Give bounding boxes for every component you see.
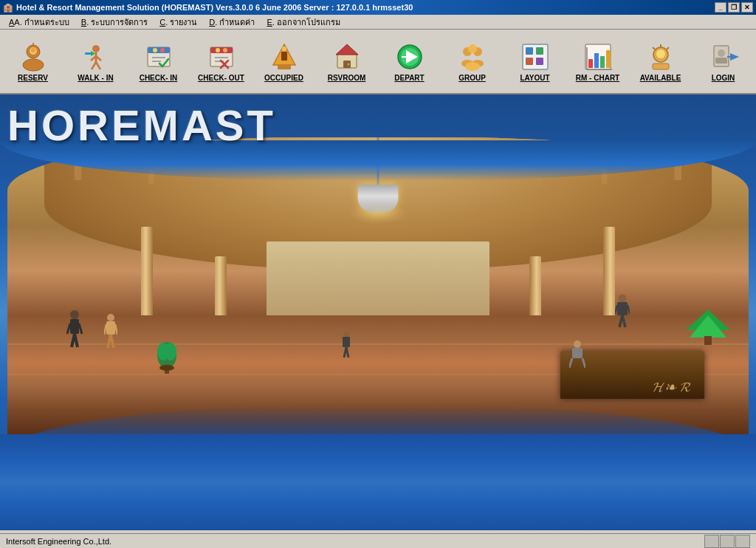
svg-point-84 xyxy=(619,295,627,303)
svg-rect-53 xyxy=(600,56,605,68)
svg-rect-69 xyxy=(70,319,79,334)
svg-rect-96 xyxy=(704,336,712,345)
btn-rsvroom[interactable]: RSVROOM xyxy=(315,32,378,91)
svg-point-80 xyxy=(343,331,349,337)
svg-line-83 xyxy=(346,347,348,357)
layout-label: LAYOUT xyxy=(520,74,549,82)
svg-marker-32 xyxy=(336,44,358,55)
svg-point-74 xyxy=(107,314,114,321)
hr-logo: 𝓗 ❧ 𝓡 xyxy=(652,380,690,395)
btn-walkin[interactable]: WALK - IN xyxy=(64,32,127,91)
svg-rect-30 xyxy=(278,65,291,69)
close-button[interactable]: ✕ xyxy=(741,2,753,13)
walkin-label: WALK - IN xyxy=(78,74,113,82)
occupied-label: OCCUPIED xyxy=(264,74,303,82)
svg-line-73 xyxy=(79,323,82,334)
btn-depart[interactable]: DEPART xyxy=(378,32,441,91)
svg-point-5 xyxy=(92,45,100,52)
layout-icon xyxy=(520,41,551,72)
btn-available[interactable]: AVAILABLE xyxy=(629,32,692,91)
svg-rect-28 xyxy=(281,52,287,61)
svg-point-16 xyxy=(160,48,165,52)
svg-point-22 xyxy=(223,48,227,52)
grip-block-3 xyxy=(735,535,750,548)
svg-point-90 xyxy=(574,340,581,348)
menu-report[interactable]: C. รายงาน xyxy=(154,14,203,30)
main-content: HOREMAST xyxy=(0,95,756,530)
staff-1 xyxy=(615,293,630,330)
rmchart-icon xyxy=(583,41,614,72)
svg-rect-14 xyxy=(148,47,170,53)
menu-define[interactable]: D. กำหนดค่า xyxy=(203,14,261,30)
btn-login[interactable]: LOGIN xyxy=(692,32,755,91)
svg-rect-52 xyxy=(594,53,599,68)
canopy-right xyxy=(682,308,734,345)
resv-label: RESERV xyxy=(18,74,48,82)
rsvroom-icon xyxy=(331,41,362,72)
svg-line-62 xyxy=(653,47,655,49)
btn-resv[interactable]: RESERV xyxy=(1,32,64,91)
depart-label: DEPART xyxy=(394,74,424,82)
menu-admin[interactable]: AA. กำหนดระบบ xyxy=(3,14,75,30)
svg-rect-47 xyxy=(536,47,543,55)
depart-icon xyxy=(394,41,425,72)
svg-point-64 xyxy=(718,49,725,57)
svg-rect-85 xyxy=(617,302,628,315)
checkout-icon xyxy=(206,41,237,72)
group-icon xyxy=(457,41,488,72)
svg-rect-81 xyxy=(343,337,350,347)
floor-line-1 xyxy=(7,343,749,345)
plant-left xyxy=(156,340,178,375)
menu-exit[interactable]: E. ออกจากโปรแกรม xyxy=(261,14,346,30)
svg-point-21 xyxy=(216,48,220,52)
svg-rect-49 xyxy=(536,58,543,65)
btn-checkout[interactable]: CHECK- OUT xyxy=(190,32,252,91)
svg-line-88 xyxy=(615,305,617,314)
menu-bar: AA. กำหนดระบบ B. ระบบการจัดการ C. รายงาน… xyxy=(0,15,756,30)
seated-guest xyxy=(569,340,585,369)
svg-line-9 xyxy=(92,62,96,69)
svg-point-101 xyxy=(159,365,174,371)
menu-system[interactable]: B. ระบบการจัดการ xyxy=(75,14,154,30)
svg-rect-11 xyxy=(85,52,91,55)
lobby-arch: 𝓗 ❧ 𝓡 xyxy=(7,137,749,434)
btn-layout[interactable]: LAYOUT xyxy=(504,32,566,91)
svg-line-89 xyxy=(628,305,630,314)
restore-button[interactable]: ❐ xyxy=(728,2,740,13)
btn-occupied[interactable]: OCCUPIED xyxy=(252,32,315,91)
title-bar-icon: 🏨 xyxy=(3,3,13,13)
login-label: LOGIN xyxy=(712,74,735,82)
svg-line-93 xyxy=(583,358,585,368)
svg-rect-48 xyxy=(526,58,533,65)
svg-point-15 xyxy=(153,48,157,52)
svg-point-44 xyxy=(465,62,480,71)
svg-point-99 xyxy=(165,343,176,360)
svg-point-68 xyxy=(70,310,79,319)
svg-rect-54 xyxy=(606,50,611,68)
svg-point-58 xyxy=(656,49,665,58)
svg-line-78 xyxy=(104,324,106,335)
svg-line-92 xyxy=(569,358,572,368)
person-center xyxy=(341,329,351,360)
svg-point-41 xyxy=(468,44,477,53)
checkout-label: CHECK- OUT xyxy=(198,74,244,82)
svg-rect-59 xyxy=(653,64,669,69)
svg-line-79 xyxy=(115,324,117,335)
bottom-blue-panel xyxy=(0,434,756,530)
title-bar: 🏨 Hotel & Resort Management Solution (HO… xyxy=(0,0,756,15)
btn-rmchart[interactable]: RM - CHART xyxy=(566,32,629,91)
svg-line-72 xyxy=(67,323,70,334)
btn-checkin[interactable]: CHECK- IN xyxy=(127,32,190,91)
available-label: AVAILABLE xyxy=(640,74,681,82)
svg-rect-65 xyxy=(715,58,727,64)
toolbar: RESERV WALK - IN CHECK- IN xyxy=(0,30,756,95)
svg-line-71 xyxy=(75,334,78,347)
login-icon xyxy=(708,41,739,72)
grip-block-2 xyxy=(720,535,735,548)
svg-point-4 xyxy=(31,48,35,52)
minimize-button[interactable]: _ xyxy=(715,2,726,13)
svg-rect-20 xyxy=(210,47,233,53)
rsvroom-label: RSVROOM xyxy=(328,74,366,82)
svg-line-87 xyxy=(622,315,625,327)
btn-group[interactable]: GROUP xyxy=(441,32,504,91)
